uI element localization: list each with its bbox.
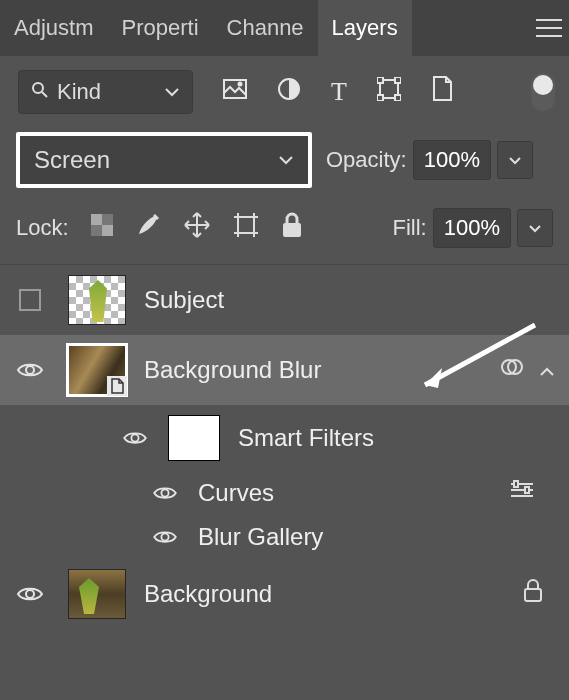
svg-point-2	[239, 83, 242, 86]
locked-icon	[523, 579, 555, 609]
visibility-empty-icon	[19, 289, 41, 311]
blend-options-icon[interactable]	[509, 480, 549, 506]
svg-rect-11	[102, 225, 113, 236]
svg-point-14	[26, 366, 34, 374]
opacity-label: Opacity:	[326, 147, 407, 173]
svg-rect-12	[238, 217, 254, 233]
lock-artboard-icon[interactable]	[233, 212, 259, 244]
svg-rect-19	[514, 481, 518, 487]
svg-rect-7	[377, 95, 383, 101]
filter-type-icons: T	[213, 76, 511, 108]
layer-name[interactable]: Subject	[144, 286, 224, 314]
layer-thumbnail[interactable]	[68, 345, 126, 395]
layer-name[interactable]: Background	[144, 580, 272, 608]
smart-filters-label: Smart Filters	[238, 424, 374, 452]
svg-rect-13	[283, 223, 301, 237]
smart-filter-row[interactable]: Blur Gallery	[0, 515, 569, 559]
fill-chevron[interactable]	[517, 209, 553, 247]
layer-row[interactable]: Background	[0, 559, 569, 629]
lock-transparent-icon[interactable]	[91, 214, 113, 242]
layer-thumbnail[interactable]	[68, 569, 126, 619]
smart-filter-row[interactable]: Curves	[0, 471, 569, 515]
filter-kind-dropdown[interactable]: Kind	[18, 70, 193, 114]
fill-label: Fill:	[393, 215, 427, 241]
svg-rect-5	[377, 77, 383, 83]
visibility-toggle[interactable]	[120, 429, 150, 447]
lock-row: Lock: Fill: 100%	[0, 200, 569, 265]
blend-row: Screen Opacity: 100%	[0, 124, 569, 200]
filter-smartobject-icon[interactable]	[431, 76, 453, 108]
lock-all-icon[interactable]	[281, 212, 303, 244]
filter-mask-thumbnail[interactable]	[168, 415, 220, 461]
svg-point-18	[161, 489, 168, 496]
layer-row[interactable]: Subject	[0, 265, 569, 335]
search-icon	[31, 79, 49, 105]
panel-tabs: Adjustm Properti Channe Layers	[0, 0, 569, 56]
svg-rect-23	[525, 589, 541, 601]
fx-link-icon[interactable]	[499, 354, 525, 386]
tab-properties[interactable]: Properti	[107, 0, 212, 56]
layer-row[interactable]: Background Blur	[0, 335, 569, 405]
svg-point-17	[131, 434, 138, 441]
smart-object-badge-icon	[107, 376, 127, 396]
svg-rect-20	[525, 487, 529, 493]
visibility-toggle[interactable]	[150, 484, 180, 502]
panel-menu-icon[interactable]	[529, 0, 569, 56]
collapse-icon[interactable]	[539, 357, 555, 383]
lock-pixels-icon[interactable]	[135, 212, 161, 244]
fill-group: Fill: 100%	[393, 208, 554, 248]
tab-adjustments[interactable]: Adjustm	[0, 0, 107, 56]
svg-point-21	[161, 533, 168, 540]
layer-thumbnail[interactable]	[68, 275, 126, 325]
chevron-down-icon	[278, 155, 294, 165]
filter-adjustment-icon[interactable]	[277, 77, 301, 107]
smart-filter-name: Curves	[198, 479, 274, 507]
filter-pixel-icon[interactable]	[223, 79, 247, 105]
opacity-chevron[interactable]	[497, 141, 533, 179]
fill-value[interactable]: 100%	[433, 208, 511, 248]
tab-layers[interactable]: Layers	[318, 0, 412, 56]
filter-text-icon[interactable]: T	[331, 77, 347, 107]
lock-icons	[91, 211, 303, 245]
visibility-toggle[interactable]	[150, 528, 180, 546]
tab-channels[interactable]: Channe	[213, 0, 318, 56]
filter-toggle[interactable]	[531, 73, 555, 111]
blend-mode-dropdown[interactable]: Screen	[16, 132, 312, 188]
svg-rect-8	[395, 95, 401, 101]
svg-rect-6	[395, 77, 401, 83]
chevron-down-icon	[164, 87, 180, 97]
layers-list: Subject Background Blur	[0, 265, 569, 629]
filter-kind-label: Kind	[57, 79, 101, 105]
smart-filters-header[interactable]: Smart Filters	[120, 405, 569, 471]
lock-label: Lock:	[16, 215, 69, 241]
layer-name[interactable]: Background Blur	[144, 356, 321, 384]
blend-mode-value: Screen	[34, 146, 110, 174]
svg-point-0	[33, 83, 43, 93]
visibility-toggle[interactable]	[10, 584, 50, 604]
layer-filter-bar: Kind T	[0, 56, 569, 124]
opacity-group: Opacity: 100%	[326, 140, 533, 180]
svg-point-22	[26, 590, 34, 598]
smart-filter-name: Blur Gallery	[198, 523, 323, 551]
visibility-toggle[interactable]	[10, 360, 50, 380]
lock-position-icon[interactable]	[183, 211, 211, 245]
filter-shape-icon[interactable]	[377, 77, 401, 107]
svg-rect-10	[91, 214, 102, 225]
visibility-toggle[interactable]	[10, 289, 50, 311]
opacity-value[interactable]: 100%	[413, 140, 491, 180]
smart-filters-group: Smart Filters	[0, 405, 569, 471]
